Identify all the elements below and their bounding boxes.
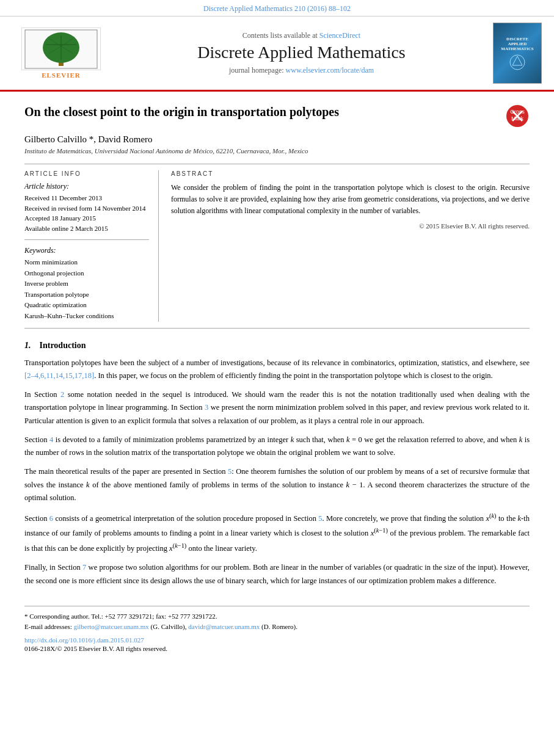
doi-line: http://dx.doi.org/10.1016/j.dam.2015.01.… [24, 636, 530, 644]
affiliation: Instituto de Matemáticas, Universidad Na… [24, 147, 530, 154]
homepage-link[interactable]: www.elsevier.com/locate/dam [286, 66, 374, 75]
journal-citation-link[interactable]: Discrete Applied Mathematics 210 (2016) … [203, 4, 351, 13]
ref-link-1[interactable]: [2–4,6,11,14,15,17,18] [24, 371, 94, 380]
introduction-title: Introduction [40, 341, 86, 350]
homepage-line: journal homepage: www.elsevier.com/locat… [110, 66, 493, 75]
svg-point-8 [510, 55, 525, 70]
revised-date: Received in revised form 14 November 201… [24, 203, 149, 214]
keyword-5: Quadratic optimization [24, 300, 149, 311]
divider-1 [24, 164, 530, 164]
article-info: Article Info Article history: Received 1… [24, 170, 159, 322]
elsevier-label: ELSEVIER [42, 71, 81, 79]
intro-paragraph-3: Section 4 is devoted to a family of mini… [24, 434, 530, 460]
corresponding-footnote: * Corresponding author. Tel.: +52 777 32… [24, 611, 530, 622]
homepage-text: journal homepage: [229, 66, 284, 75]
sciencedirect-link[interactable]: ScienceDirect [319, 31, 360, 40]
email1-name: (G. Calvillo), [151, 623, 187, 630]
journal-cover-text: DISCRETEAPPLIEDMATHEMATICS [499, 35, 535, 53]
journal-cover: DISCRETEAPPLIEDMATHEMATICS [493, 23, 542, 84]
intro-paragraph-1: Transportation polytopes have been the s… [24, 357, 530, 383]
corresponding-text: * Corresponding author. Tel.: +52 777 32… [24, 612, 217, 620]
email2-link[interactable]: davidr@matcuer.unam.mx [188, 623, 260, 630]
available-date: Available online 2 March 2015 [24, 224, 149, 234]
paper-title: On the closest point to the origin in tr… [24, 104, 499, 120]
intro-paragraph-2: In Section 2 some notation needed in the… [24, 388, 530, 427]
keyword-1: Norm minimization [24, 257, 149, 268]
cover-graphic [505, 53, 530, 71]
journal-name: Discrete Applied Mathematics [110, 43, 493, 62]
logo-area: ELSEVIER [12, 27, 110, 79]
section-ref-3[interactable]: 3 [205, 403, 208, 412]
journal-header: ELSEVIER Contents lists available at Sci… [0, 16, 554, 92]
abstract-col: Abstract We consider the problem of find… [171, 170, 530, 322]
keyword-6: Karush–Kuhn–Tucker conditions [24, 311, 149, 322]
intro-paragraph-5: Section 6 consists of a geometrical inte… [24, 511, 530, 555]
elsevier-logo-box [21, 27, 101, 70]
introduction-section: 1. Introduction Transportation polytopes… [24, 341, 530, 587]
issn-line: 0166-218X/© 2015 Elsevier B.V. All right… [24, 645, 530, 652]
footnotes-area: * Corresponding author. Tel.: +52 777 32… [24, 606, 530, 652]
crossmark: Cross Mark [505, 104, 530, 128]
divider-2 [24, 328, 530, 329]
section-ref-7[interactable]: 7 [82, 563, 86, 572]
email1-link[interactable]: gilberto@matcuer.unam.mx [74, 623, 149, 630]
section-ref-6[interactable]: 6 [49, 514, 53, 523]
journal-title-center: Contents lists available at ScienceDirec… [110, 31, 493, 75]
divider-keywords [24, 239, 149, 240]
article-history-label: Article history: [24, 182, 149, 191]
email2-name: (D. Romero). [261, 623, 297, 630]
section-ref-5[interactable]: 5 [228, 467, 231, 476]
paper-title-section: On the closest point to the origin in tr… [24, 104, 530, 128]
introduction-heading: 1. Introduction [24, 341, 530, 351]
keywords-label: Keywords: [24, 246, 149, 255]
copyright-line: © 2015 Elsevier B.V. All rights reserved… [171, 222, 530, 230]
keyword-4: Transportation polytope [24, 289, 149, 300]
accepted-date: Accepted 18 January 2015 [24, 213, 149, 224]
abstract-text: We consider the problem of finding the p… [171, 182, 530, 217]
intro-paragraph-4: The main theoretical results of the pape… [24, 465, 530, 504]
elsevier-tree-svg [24, 29, 98, 69]
article-info-label: Article Info [24, 170, 149, 177]
contents-text: Contents lists available at [242, 31, 318, 40]
top-bar: Discrete Applied Mathematics 210 (2016) … [0, 0, 554, 16]
contents-line: Contents lists available at ScienceDirec… [110, 31, 493, 40]
section-ref-4[interactable]: 4 [49, 435, 53, 444]
doi-link[interactable]: http://dx.doi.org/10.1016/j.dam.2015.01.… [24, 636, 144, 644]
authors-text: Gilberto Calvillo *, David Romero [24, 134, 153, 144]
section-ref-5b[interactable]: 5 [318, 514, 322, 523]
received-date: Received 11 December 2013 [24, 193, 149, 203]
authors: Gilberto Calvillo *, David Romero [24, 134, 530, 145]
keyword-3: Inverse problem [24, 278, 149, 289]
elsevier-logo: ELSEVIER [12, 27, 110, 79]
paper-content: On the closest point to the origin in tr… [0, 92, 554, 664]
keyword-2: Orthogonal projection [24, 268, 149, 279]
svg-marker-9 [512, 56, 522, 65]
section-number: 1. [24, 341, 31, 350]
abstract-label: Abstract [171, 170, 530, 177]
email-footnote: E-mail addresses: gilberto@matcuer.unam.… [24, 622, 530, 633]
intro-paragraph-6: Finally, in Section 7 we propose two sol… [24, 561, 530, 587]
section-ref-2[interactable]: 2 [60, 390, 64, 399]
keywords-list: Norm minimization Orthogonal projection … [24, 257, 149, 322]
emails-label: E-mail addresses: [24, 623, 72, 630]
two-col-section: Article Info Article history: Received 1… [24, 170, 530, 322]
